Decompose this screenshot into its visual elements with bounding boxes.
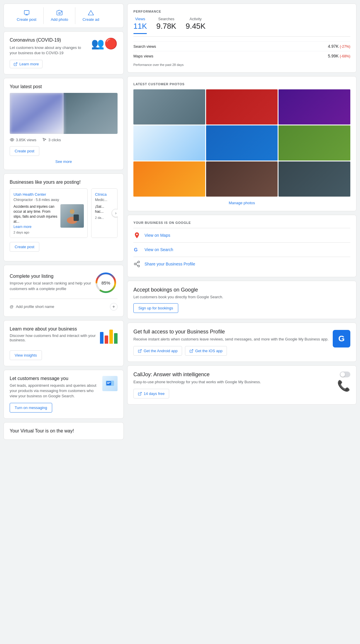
- search-views-value: 4.97K (-27%): [328, 44, 351, 49]
- create-post-icon: [23, 10, 30, 16]
- calljoy-description: Easy-to-use phone technology for you tha…: [133, 379, 334, 385]
- learn-more-button[interactable]: Learn more: [10, 60, 43, 68]
- post-stats: 3.85K views 3 clicks: [10, 137, 118, 142]
- action-bar: Create post Add photo Create ad: [4, 4, 124, 28]
- businesses-posting-card: Businesses like yours are posting! Utah …: [4, 173, 124, 261]
- covid-description: Let customers know about any changes to …: [10, 45, 88, 56]
- biz-next-button[interactable]: ›: [112, 209, 118, 217]
- bar-4: [114, 333, 118, 344]
- virtual-tour-title: Your Virtual Tour is on the way!: [10, 428, 118, 434]
- post-image-right: [64, 93, 118, 134]
- bookings-title: Accept bookings on Google: [133, 287, 350, 293]
- google-my-business-icon: [333, 330, 350, 347]
- perf-tab-views-label: Views: [135, 17, 145, 21]
- performance-card: PERFORMANCE Views 11K Searches 9.78K Act…: [127, 4, 356, 73]
- calljoy-toggle[interactable]: [340, 372, 350, 377]
- complete-listing-title: Complete your listing: [10, 274, 94, 279]
- cursor-icon: [42, 137, 47, 142]
- businesses-posting-title: Businesses like yours are posting!: [10, 180, 118, 185]
- bar-1: [100, 332, 103, 344]
- on-google-label: YOUR BUSINESS IS ON GOOGLE: [133, 221, 350, 224]
- maps-pin-icon: [133, 232, 140, 239]
- biz-posts-row: Utah Health Center Chiropractor · 5.8 mi…: [10, 188, 118, 238]
- perf-tab-views[interactable]: Views 11K: [133, 17, 147, 34]
- svg-rect-11: [74, 214, 79, 221]
- svg-line-24: [136, 263, 138, 264]
- perf-tab-activity-value: 9.45K: [186, 22, 206, 31]
- create-post-button-3[interactable]: Create post: [10, 242, 39, 252]
- perf-tab-searches[interactable]: Searches 9.78K: [156, 17, 176, 34]
- turn-on-messaging-button[interactable]: Turn on messaging: [10, 403, 52, 413]
- biz-type: Chiropractor · 5.8 miles away: [13, 198, 84, 202]
- add-photo-icon: [56, 10, 63, 16]
- share-icon: [133, 260, 140, 268]
- perf-tab-views-value: 11K: [133, 22, 147, 31]
- messaging-description: Get leads, appointment requests and quer…: [10, 383, 99, 399]
- calljoy-card: CallJoy: Answer with intelligence Easy-t…: [127, 365, 356, 405]
- create-post-button-2[interactable]: Create post: [10, 146, 39, 156]
- photo-cell-6: [279, 125, 350, 161]
- biz-post-image: [60, 204, 84, 228]
- perf-tab-activity[interactable]: Activity 9.45K: [186, 17, 206, 34]
- app-buttons: Get the Android app Get the iOS app: [133, 346, 329, 356]
- android-app-button[interactable]: Get the Android app: [133, 346, 182, 356]
- svg-point-3: [59, 12, 60, 14]
- sign-up-bookings-button[interactable]: Sign up for bookings: [133, 303, 178, 313]
- messaging-title: Let customers message you: [10, 376, 99, 381]
- maps-views-change: (-68%): [340, 54, 350, 58]
- latest-post-title: Your latest post: [10, 84, 118, 89]
- post-clicks: 3 clicks: [42, 137, 61, 142]
- biz-post-time-2: 2 da...: [95, 216, 114, 219]
- view-insights-button[interactable]: View insights: [10, 350, 42, 360]
- maps-views-row: Maps views 5.99K (-68%): [133, 51, 350, 61]
- view-on-search-text: View on Search: [145, 247, 173, 252]
- add-photo-button[interactable]: Add photo: [44, 7, 75, 24]
- full-access-card: Get full access to your Business Profile…: [127, 323, 356, 362]
- photo-cell-7: [133, 161, 205, 197]
- create-post-button[interactable]: Create post: [10, 7, 44, 24]
- add-profile-label: Add profile short name: [16, 304, 54, 309]
- biz-post-text-2: ¡Sal... hac...: [95, 204, 114, 214]
- search-views-row: Search views 4.97K (-27%): [133, 41, 350, 51]
- view-on-maps-text: View on Maps: [145, 233, 170, 238]
- biz-learn-more-link[interactable]: Learn more: [13, 225, 31, 229]
- biz-type-2: Medic...: [95, 198, 114, 202]
- calljoy-icon-area: 📞: [334, 372, 350, 392]
- svg-line-25: [140, 349, 141, 351]
- see-more-link[interactable]: See more: [10, 159, 118, 164]
- insights-description: Discover how customers find and interact…: [10, 333, 100, 342]
- calljoy-phone-icon: 📞: [337, 380, 350, 392]
- svg-point-9: [70, 209, 74, 214]
- external-link-icon: [13, 62, 18, 66]
- ios-app-button[interactable]: Get the iOS app: [185, 346, 227, 356]
- biz-post-time: 2 days ago: [13, 231, 57, 234]
- message-svg: [105, 379, 115, 388]
- bookings-description: Let customers book you directly from Goo…: [133, 295, 350, 299]
- biz-name-2: Clínica: [95, 192, 107, 197]
- covid-card: Coronavirus (COVID-19) Let customers kno…: [4, 31, 124, 74]
- bookings-card: Accept bookings on Google Let customers …: [127, 281, 356, 319]
- add-profile-button[interactable]: +: [110, 303, 118, 311]
- svg-point-20: [138, 261, 140, 263]
- view-on-search-row[interactable]: G View on Search: [133, 242, 350, 257]
- manage-photos-link[interactable]: Manage photos: [133, 201, 350, 205]
- biz-name: Utah Health Center: [13, 192, 46, 197]
- messaging-card: Let customers message you Get leads, app…: [4, 370, 124, 419]
- photo-cell-5: [206, 125, 278, 161]
- share-profile-row[interactable]: Share your Business Profile: [133, 257, 350, 271]
- photo-cell-2: [206, 89, 278, 125]
- progress-label: 85%: [101, 280, 110, 285]
- external-link-icon-android: [138, 349, 142, 353]
- post-image-left: [10, 93, 64, 134]
- customer-photos-card: LATEST CUSTOMER PHOTOS Manage photos: [127, 76, 356, 211]
- calljoy-trial-button[interactable]: 14 days free: [133, 389, 169, 398]
- svg-text:G: G: [134, 247, 137, 252]
- eye-icon: [10, 137, 14, 142]
- create-ad-button[interactable]: Create ad: [75, 7, 106, 24]
- photo-cell-9: [279, 161, 350, 197]
- perf-tab-searches-label: Searches: [158, 17, 174, 21]
- messaging-icon-wrap: [102, 376, 118, 391]
- bar-2: [105, 335, 108, 344]
- view-on-maps-row[interactable]: View on Maps: [133, 228, 350, 242]
- svg-line-7: [15, 63, 17, 64]
